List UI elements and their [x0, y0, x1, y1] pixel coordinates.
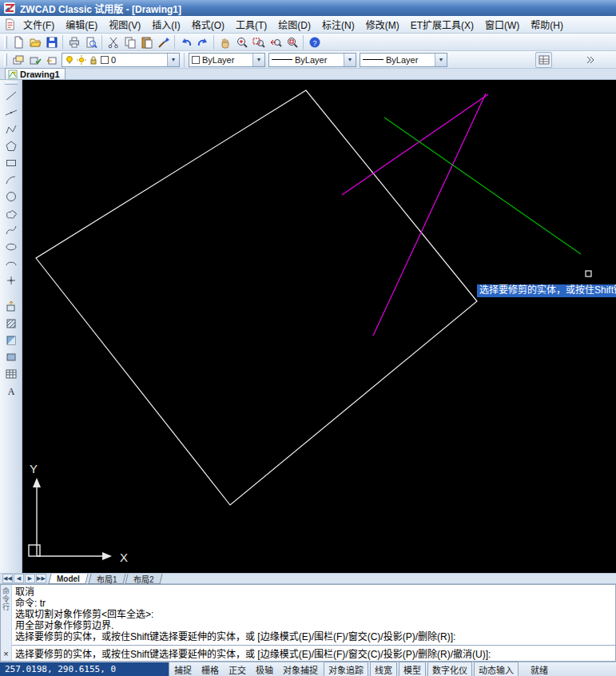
layer-combo[interactable]: 0 ▼ [62, 53, 180, 67]
menu-window[interactable]: 窗口(W) [479, 15, 525, 34]
tab-layout2[interactable]: 布局2 [125, 574, 163, 584]
match-properties-button[interactable] [155, 34, 172, 50]
toolbar-grip[interactable] [4, 54, 7, 66]
lineweight-combo[interactable]: ByLayer ▼ [360, 53, 447, 67]
drawing-canvas[interactable]: Y X 选择要修剪的实体，或按住Shift键选择要延伸的实体，或 [22, 80, 616, 573]
model-space-toggle[interactable]: 模型 [399, 662, 426, 676]
save-button[interactable] [43, 34, 60, 50]
osnap-toggle[interactable]: 对象捕捉 [279, 662, 322, 676]
paste-button[interactable] [138, 34, 155, 50]
menu-draw[interactable]: 绘图(D) [272, 15, 316, 34]
menu-edit[interactable]: 编辑(E) [60, 15, 103, 34]
snap-toggle[interactable]: 捕捉 [170, 662, 196, 676]
print-preview-button[interactable] [82, 34, 99, 50]
polygon-tool-button[interactable] [2, 137, 20, 154]
redo-button[interactable] [194, 34, 211, 50]
toolbar-grip[interactable] [4, 36, 7, 49]
hatch-tool-button[interactable] [2, 315, 20, 332]
lineweight-combo-dropdown-arrow[interactable]: ▼ [435, 54, 447, 66]
prev-tab-button[interactable]: ◀ [14, 574, 24, 583]
line-tool-button[interactable] [2, 87, 20, 104]
layer-previous-button[interactable] [43, 52, 60, 68]
pan-button[interactable] [217, 34, 233, 50]
linetype-combo[interactable]: ByLayer ▼ [268, 53, 356, 67]
color-combo[interactable]: ByLayer ▼ [189, 53, 265, 67]
zoom-realtime-button[interactable] [233, 34, 250, 50]
menu-tools[interactable]: 工具(T) [230, 15, 272, 34]
toolbar-separator [303, 35, 304, 50]
ellipse-tool-button[interactable] [2, 238, 20, 255]
toolbar-extra-button[interactable] [535, 52, 552, 68]
menu-view[interactable]: 视图(V) [103, 15, 146, 34]
magenta-line-entity-2[interactable] [342, 94, 488, 195]
magenta-line-entity-1[interactable] [373, 93, 486, 336]
ellipse-arc-tool-button[interactable] [2, 255, 20, 272]
circle-tool-button[interactable] [2, 188, 20, 205]
menu-modify[interactable]: 修改(M) [360, 15, 405, 34]
lineweight-toggle[interactable]: 线宽 [370, 662, 397, 676]
last-tab-button[interactable]: ▶▶ [36, 574, 46, 583]
layer-states-button[interactable] [26, 52, 43, 68]
menu-insert[interactable]: 插入(I) [146, 15, 185, 34]
command-input-line[interactable]: 选择要修剪的实体，或按住Shift键选择要延伸的实体，或 [边缘模式(E)/围栏… [12, 645, 615, 661]
zwcad-window: ZWCAD Classic 试用版 - [Drawing1] 文件(F) 编辑(… [0, 0, 616, 676]
toolbar-overflow-button[interactable] [581, 52, 598, 68]
open-file-button[interactable] [26, 34, 43, 50]
command-dock-rail[interactable]: 命令行 × [1, 585, 12, 661]
grid-toggle[interactable]: 栅格 [197, 662, 223, 676]
plot-button[interactable] [66, 34, 82, 50]
doc-tab-drawing1[interactable]: Drawing1 [5, 68, 66, 79]
rectangle-tool-button[interactable] [2, 154, 20, 171]
command-history[interactable]: 取消 命令: tr 选取切割对象作修剪<回车全选>: 用全部对象作修剪边界. 选… [12, 585, 615, 645]
revision-cloud-tool-button[interactable] [2, 205, 20, 221]
tablet-toggle[interactable]: 数字化仪 [427, 662, 472, 676]
tab-model[interactable]: Model [48, 574, 88, 584]
construction-line-tool-button[interactable] [2, 104, 20, 121]
help-icon: ? [308, 36, 321, 49]
zoom-previous-button[interactable] [267, 34, 284, 50]
new-file-button[interactable] [10, 34, 26, 50]
help-button[interactable]: ? [306, 34, 323, 50]
ortho-toggle[interactable]: 正交 [225, 662, 250, 676]
cut-button[interactable] [105, 34, 121, 50]
coordinate-readout[interactable]: 257.0198, 290.6155, 0 [0, 662, 169, 676]
menu-et-tools[interactable]: ET扩展工具(X) [405, 15, 479, 34]
next-tab-button[interactable]: ▶ [25, 574, 35, 583]
spline-tool-button[interactable] [2, 221, 20, 238]
otrack-toggle[interactable]: 对象追踪 [324, 662, 368, 676]
linetype-combo-dropdown-arrow[interactable]: ▼ [344, 54, 356, 66]
toolbar-grip[interactable] [5, 82, 18, 85]
menu-dimension[interactable]: 标注(N) [316, 15, 360, 34]
polyline-tool-button[interactable] [2, 121, 20, 137]
polar-toggle[interactable]: 极轴 [252, 662, 277, 676]
insert-block-tool-button[interactable] [2, 298, 20, 315]
menu-format[interactable]: 格式(O) [186, 15, 230, 34]
title-bar[interactable]: ZWCAD Classic 试用版 - [Drawing1] [0, 0, 616, 16]
mtext-tool-button[interactable]: A [2, 382, 20, 399]
menu-help[interactable]: 帮助(H) [525, 15, 569, 34]
pickbox-cursor[interactable] [586, 271, 591, 276]
tab-layout1[interactable]: 布局1 [88, 574, 125, 584]
dynamic-input-toggle[interactable]: 动态输入 [474, 662, 519, 676]
toolbar-separator [62, 35, 63, 50]
table-tool-button[interactable] [2, 365, 20, 382]
arc-tool-button[interactable] [2, 171, 20, 188]
first-tab-button[interactable]: ◀◀ [2, 574, 13, 583]
command-close-icon[interactable]: × [3, 650, 8, 658]
layer-combo-dropdown-arrow[interactable]: ▼ [167, 54, 179, 66]
copy-button[interactable] [121, 34, 138, 50]
point-tool-button[interactable] [2, 272, 20, 288]
undo-button[interactable] [177, 34, 194, 50]
region-tool-button[interactable] [2, 348, 20, 365]
zoom-window-icon [252, 36, 265, 49]
layer-manager-button[interactable] [10, 52, 26, 68]
gradient-tool-button[interactable] [2, 332, 20, 348]
zoom-extents-button[interactable] [284, 34, 300, 50]
command-prompt-text: 选择要修剪的实体，或按住Shift键选择要延伸的实体，或 [边缘模式(E)/围栏… [15, 646, 491, 660]
menu-file[interactable]: 文件(F) [18, 15, 60, 34]
ucs-y-label: Y [30, 462, 38, 475]
zoom-window-button[interactable] [250, 34, 267, 50]
green-line-entity[interactable] [384, 117, 581, 254]
color-combo-dropdown-arrow[interactable]: ▼ [252, 54, 264, 66]
rotated-square-entity[interactable] [36, 90, 477, 505]
